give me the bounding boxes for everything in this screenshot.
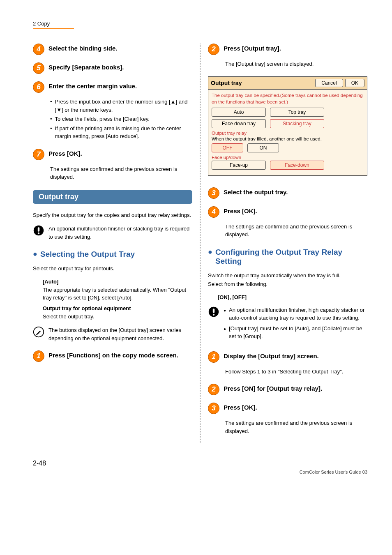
dialog-body: The output tray can be specified.(Some t… bbox=[208, 90, 367, 175]
sub-intro: Select the output tray for printouts. bbox=[33, 265, 192, 273]
sub-heading-text: Selecting the Output Tray bbox=[40, 250, 135, 259]
relay-message: When the output tray filled, another one… bbox=[212, 136, 364, 141]
step-1: 1 Press [Functions] on the copy mode scr… bbox=[33, 350, 192, 362]
tip-note: A The buttons displayed on the [Output t… bbox=[33, 326, 192, 342]
step-6: 6 Enter the center margin value. bbox=[33, 81, 192, 93]
step-1b-body: Follow Steps 1 to 3 in "Selecting the Ou… bbox=[225, 368, 367, 376]
option-stacking-tray[interactable]: Stacking tray bbox=[270, 119, 324, 128]
step-7-body: The settings are confirmed and the previ… bbox=[50, 165, 192, 181]
svg-rect-6 bbox=[213, 309, 214, 313]
step-2b: 2 Press [ON] for [Output tray relay]. bbox=[208, 384, 367, 395]
step-number-icon: 1 bbox=[208, 351, 219, 363]
option-on[interactable]: ON bbox=[247, 143, 279, 152]
footer-line: ComColor Series User's Guide 03 bbox=[33, 470, 367, 474]
dialog-message: The output tray can be specified.(Some t… bbox=[212, 92, 364, 105]
bullet-text: An optional multifunction finisher, high… bbox=[229, 306, 367, 322]
step-title: Specify [Separate books]. bbox=[48, 62, 124, 71]
document-page: 2 Copy 4 Select the binding side. 5 Spec… bbox=[0, 0, 392, 491]
right-column: 2 Press [Output tray]. The [Output tray]… bbox=[201, 44, 367, 443]
step-1b: 1 Display the [Output tray] screen. bbox=[208, 351, 367, 363]
step-number-icon: 6 bbox=[33, 81, 44, 93]
option-top-tray[interactable]: Top tray bbox=[270, 108, 324, 117]
step-title: Press [OK]. bbox=[224, 206, 257, 214]
step-4r: 4 Press [OK]. bbox=[208, 206, 367, 218]
bullet-text: If part of the printing area is missing … bbox=[55, 124, 192, 140]
options-text: [ON], [OFF] bbox=[218, 294, 367, 300]
dialog-header: Output tray Cancel OK bbox=[208, 77, 367, 90]
dialog-title: Output tray bbox=[211, 80, 313, 86]
output-tray-screenshot: Output tray Cancel OK The output tray ca… bbox=[208, 76, 367, 176]
bullet-text: [Output tray] must be set to [Auto], and… bbox=[229, 325, 367, 341]
step-number-icon: 5 bbox=[33, 62, 44, 74]
svg-point-2 bbox=[38, 233, 39, 234]
important-note: An optional multifunction finisher or st… bbox=[33, 225, 192, 241]
note-text: An optional multifunction finisher, high… bbox=[224, 306, 367, 343]
sub-intro: Select from the following. bbox=[208, 280, 367, 288]
bullet-text: Press the input box and enter the number… bbox=[55, 98, 192, 114]
svg-rect-1 bbox=[38, 227, 39, 232]
step-3b: 3 Press [OK]. bbox=[208, 403, 367, 414]
exclamation-icon bbox=[208, 306, 219, 318]
relay-label: Output tray relay bbox=[212, 131, 364, 136]
step-number-icon: 2 bbox=[208, 384, 219, 395]
step-2: 2 Press [Output tray]. bbox=[208, 44, 367, 55]
breadcrumb: 2 Copy bbox=[33, 21, 367, 27]
step-number-icon: 3 bbox=[208, 403, 219, 414]
svg-text:A: A bbox=[38, 332, 39, 334]
definition-block: [Auto] The appropriate tray is selected … bbox=[43, 279, 192, 321]
sub-heading: ● Configuring the Output Tray Relay Sett… bbox=[208, 248, 367, 266]
face-label: Face up/down bbox=[212, 155, 364, 160]
option-face-down[interactable]: Face-down bbox=[270, 161, 324, 170]
step-number-icon: 3 bbox=[208, 187, 219, 199]
step-number-icon: 4 bbox=[208, 206, 219, 218]
option-face-down-tray[interactable]: Face down tray bbox=[212, 119, 266, 128]
defn-title: Output tray for optional equipment bbox=[43, 305, 192, 311]
defn-body: Select the output tray. bbox=[43, 313, 192, 321]
step-3b-body: The settings are confirmed and the previ… bbox=[225, 419, 367, 435]
section-heading: Output tray bbox=[33, 190, 192, 204]
option-auto[interactable]: Auto bbox=[212, 108, 266, 117]
step-4: 4 Select the binding side. bbox=[33, 44, 192, 55]
section-intro: Specify the output tray for the copies a… bbox=[33, 211, 192, 219]
options-block: [ON], [OFF] bbox=[218, 294, 367, 300]
cancel-button[interactable]: Cancel bbox=[315, 79, 343, 87]
note-text: The buttons displayed on the [Output tra… bbox=[48, 326, 192, 342]
step-5: 5 Specify [Separate books]. bbox=[33, 62, 192, 74]
page-number: 2-48 bbox=[33, 460, 367, 467]
step-number-icon: 2 bbox=[208, 44, 219, 55]
svg-point-7 bbox=[213, 314, 214, 315]
sub-intro: Switch the output tray automatically whe… bbox=[208, 272, 367, 280]
step-4r-body: The settings are confirmed and the previ… bbox=[225, 223, 367, 239]
header-rule bbox=[33, 28, 74, 29]
defn-body: The appropriate tray is selected automat… bbox=[43, 286, 192, 302]
step-title: Enter the center margin value. bbox=[48, 81, 137, 90]
step-3: 3 Select the output tray. bbox=[208, 187, 367, 199]
step-number-icon: 4 bbox=[33, 44, 44, 55]
step-title: Press [ON] for [Output tray relay]. bbox=[224, 384, 322, 392]
defn-title: [Auto] bbox=[43, 279, 192, 285]
step-title: Display the [Output tray] screen. bbox=[224, 351, 319, 359]
sub-heading-text: Configuring the Output Tray Relay Settin… bbox=[215, 248, 367, 266]
step-title: Press [Functions] on the copy mode scree… bbox=[48, 350, 178, 359]
exclamation-icon bbox=[33, 225, 44, 236]
sub-heading: ● Selecting the Output Tray bbox=[33, 250, 192, 259]
bullet-icon: ● bbox=[33, 250, 37, 258]
bullet-icon: ● bbox=[208, 248, 212, 256]
bullet-text: To clear the fields, press the [Clear] k… bbox=[55, 115, 150, 123]
ok-button[interactable]: OK bbox=[345, 79, 364, 87]
step-title: Select the output tray. bbox=[224, 187, 288, 196]
step-title: Select the binding side. bbox=[48, 44, 118, 52]
option-face-up[interactable]: Face-up bbox=[212, 161, 266, 170]
step-number-icon: 7 bbox=[33, 149, 44, 160]
step-title: Press [Output tray]. bbox=[224, 44, 281, 52]
option-off[interactable]: OFF bbox=[212, 143, 243, 152]
left-column: 4 Select the binding side. 5 Specify [Se… bbox=[33, 44, 201, 443]
important-note: An optional multifunction finisher, high… bbox=[208, 306, 367, 343]
note-text: An optional multifunction finisher or st… bbox=[48, 225, 192, 241]
step-title: Press [OK]. bbox=[224, 403, 257, 411]
step-number-icon: 1 bbox=[33, 350, 44, 362]
step-2-body: The [Output tray] screen is displayed. bbox=[225, 60, 367, 68]
two-column-layout: 4 Select the binding side. 5 Specify [Se… bbox=[33, 44, 367, 443]
pencil-icon: A bbox=[33, 326, 44, 338]
step-title: Press [OK]. bbox=[48, 149, 82, 157]
